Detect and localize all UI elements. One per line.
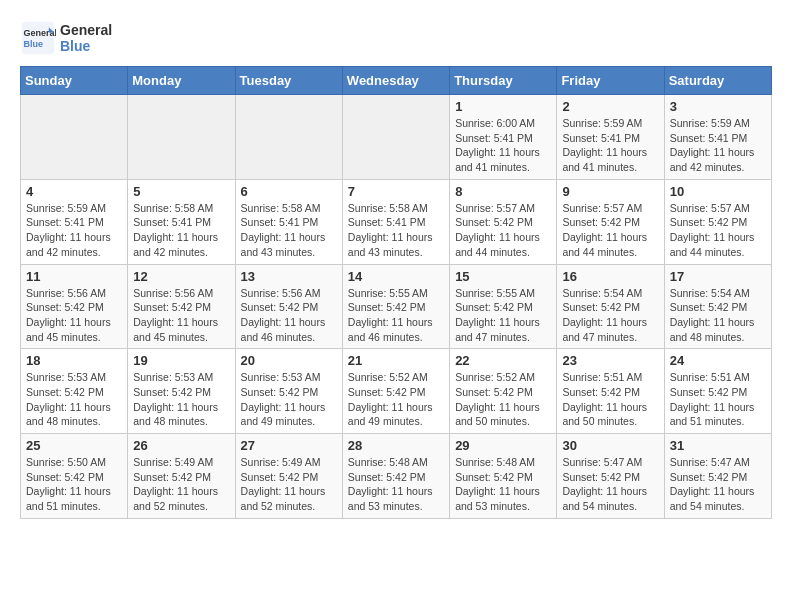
calendar-cell: 16Sunrise: 5:54 AMSunset: 5:42 PMDayligh… xyxy=(557,264,664,349)
day-number: 5 xyxy=(133,184,229,199)
day-info: Sunrise: 5:53 AMSunset: 5:42 PMDaylight:… xyxy=(241,370,337,429)
day-info: Sunrise: 5:54 AMSunset: 5:42 PMDaylight:… xyxy=(562,286,658,345)
day-info: Sunrise: 5:50 AMSunset: 5:42 PMDaylight:… xyxy=(26,455,122,514)
day-number: 27 xyxy=(241,438,337,453)
calendar-cell: 7Sunrise: 5:58 AMSunset: 5:41 PMDaylight… xyxy=(342,179,449,264)
day-number: 15 xyxy=(455,269,551,284)
day-info: Sunrise: 5:57 AMSunset: 5:42 PMDaylight:… xyxy=(670,201,766,260)
day-number: 22 xyxy=(455,353,551,368)
day-number: 4 xyxy=(26,184,122,199)
day-info: Sunrise: 5:59 AMSunset: 5:41 PMDaylight:… xyxy=(562,116,658,175)
weekday-header-saturday: Saturday xyxy=(664,67,771,95)
logo-text-general: General xyxy=(60,22,112,38)
calendar-cell: 11Sunrise: 5:56 AMSunset: 5:42 PMDayligh… xyxy=(21,264,128,349)
day-info: Sunrise: 5:58 AMSunset: 5:41 PMDaylight:… xyxy=(241,201,337,260)
calendar-cell: 1Sunrise: 6:00 AMSunset: 5:41 PMDaylight… xyxy=(450,95,557,180)
day-info: Sunrise: 5:55 AMSunset: 5:42 PMDaylight:… xyxy=(455,286,551,345)
day-info: Sunrise: 5:57 AMSunset: 5:42 PMDaylight:… xyxy=(562,201,658,260)
week-row-2: 4Sunrise: 5:59 AMSunset: 5:41 PMDaylight… xyxy=(21,179,772,264)
calendar-cell: 6Sunrise: 5:58 AMSunset: 5:41 PMDaylight… xyxy=(235,179,342,264)
day-info: Sunrise: 5:54 AMSunset: 5:42 PMDaylight:… xyxy=(670,286,766,345)
calendar-cell: 9Sunrise: 5:57 AMSunset: 5:42 PMDaylight… xyxy=(557,179,664,264)
calendar-cell: 20Sunrise: 5:53 AMSunset: 5:42 PMDayligh… xyxy=(235,349,342,434)
week-row-1: 1Sunrise: 6:00 AMSunset: 5:41 PMDaylight… xyxy=(21,95,772,180)
day-info: Sunrise: 5:53 AMSunset: 5:42 PMDaylight:… xyxy=(133,370,229,429)
calendar-cell xyxy=(235,95,342,180)
logo-text-blue: Blue xyxy=(60,38,112,54)
calendar-cell: 31Sunrise: 5:47 AMSunset: 5:42 PMDayligh… xyxy=(664,434,771,519)
day-info: Sunrise: 5:48 AMSunset: 5:42 PMDaylight:… xyxy=(348,455,444,514)
day-info: Sunrise: 5:51 AMSunset: 5:42 PMDaylight:… xyxy=(562,370,658,429)
calendar-cell: 18Sunrise: 5:53 AMSunset: 5:42 PMDayligh… xyxy=(21,349,128,434)
day-info: Sunrise: 5:47 AMSunset: 5:42 PMDaylight:… xyxy=(562,455,658,514)
calendar-cell: 17Sunrise: 5:54 AMSunset: 5:42 PMDayligh… xyxy=(664,264,771,349)
weekday-header-wednesday: Wednesday xyxy=(342,67,449,95)
week-row-5: 25Sunrise: 5:50 AMSunset: 5:42 PMDayligh… xyxy=(21,434,772,519)
day-number: 29 xyxy=(455,438,551,453)
day-number: 24 xyxy=(670,353,766,368)
day-number: 30 xyxy=(562,438,658,453)
day-number: 18 xyxy=(26,353,122,368)
day-number: 20 xyxy=(241,353,337,368)
day-number: 25 xyxy=(26,438,122,453)
calendar-cell: 30Sunrise: 5:47 AMSunset: 5:42 PMDayligh… xyxy=(557,434,664,519)
logo-icon: General Blue xyxy=(20,20,56,56)
day-info: Sunrise: 5:58 AMSunset: 5:41 PMDaylight:… xyxy=(133,201,229,260)
day-info: Sunrise: 5:52 AMSunset: 5:42 PMDaylight:… xyxy=(455,370,551,429)
day-number: 11 xyxy=(26,269,122,284)
day-number: 12 xyxy=(133,269,229,284)
calendar-header: SundayMondayTuesdayWednesdayThursdayFrid… xyxy=(21,67,772,95)
day-number: 3 xyxy=(670,99,766,114)
day-info: Sunrise: 5:57 AMSunset: 5:42 PMDaylight:… xyxy=(455,201,551,260)
day-number: 16 xyxy=(562,269,658,284)
day-info: Sunrise: 5:56 AMSunset: 5:42 PMDaylight:… xyxy=(241,286,337,345)
page-header: General Blue General Blue xyxy=(20,20,772,56)
calendar-cell: 28Sunrise: 5:48 AMSunset: 5:42 PMDayligh… xyxy=(342,434,449,519)
day-info: Sunrise: 5:59 AMSunset: 5:41 PMDaylight:… xyxy=(26,201,122,260)
day-number: 6 xyxy=(241,184,337,199)
day-number: 26 xyxy=(133,438,229,453)
calendar-body: 1Sunrise: 6:00 AMSunset: 5:41 PMDaylight… xyxy=(21,95,772,519)
day-number: 2 xyxy=(562,99,658,114)
calendar-cell: 8Sunrise: 5:57 AMSunset: 5:42 PMDaylight… xyxy=(450,179,557,264)
calendar-cell: 19Sunrise: 5:53 AMSunset: 5:42 PMDayligh… xyxy=(128,349,235,434)
calendar-cell: 27Sunrise: 5:49 AMSunset: 5:42 PMDayligh… xyxy=(235,434,342,519)
week-row-4: 18Sunrise: 5:53 AMSunset: 5:42 PMDayligh… xyxy=(21,349,772,434)
weekday-header-thursday: Thursday xyxy=(450,67,557,95)
logo: General Blue General Blue xyxy=(20,20,112,56)
calendar-cell: 22Sunrise: 5:52 AMSunset: 5:42 PMDayligh… xyxy=(450,349,557,434)
calendar-cell: 25Sunrise: 5:50 AMSunset: 5:42 PMDayligh… xyxy=(21,434,128,519)
day-info: Sunrise: 6:00 AMSunset: 5:41 PMDaylight:… xyxy=(455,116,551,175)
calendar-cell: 15Sunrise: 5:55 AMSunset: 5:42 PMDayligh… xyxy=(450,264,557,349)
day-info: Sunrise: 5:48 AMSunset: 5:42 PMDaylight:… xyxy=(455,455,551,514)
calendar-cell: 21Sunrise: 5:52 AMSunset: 5:42 PMDayligh… xyxy=(342,349,449,434)
day-number: 31 xyxy=(670,438,766,453)
calendar-cell: 29Sunrise: 5:48 AMSunset: 5:42 PMDayligh… xyxy=(450,434,557,519)
day-number: 7 xyxy=(348,184,444,199)
day-info: Sunrise: 5:53 AMSunset: 5:42 PMDaylight:… xyxy=(26,370,122,429)
day-number: 14 xyxy=(348,269,444,284)
calendar-cell: 26Sunrise: 5:49 AMSunset: 5:42 PMDayligh… xyxy=(128,434,235,519)
day-info: Sunrise: 5:49 AMSunset: 5:42 PMDaylight:… xyxy=(241,455,337,514)
day-info: Sunrise: 5:47 AMSunset: 5:42 PMDaylight:… xyxy=(670,455,766,514)
day-number: 21 xyxy=(348,353,444,368)
calendar-cell: 4Sunrise: 5:59 AMSunset: 5:41 PMDaylight… xyxy=(21,179,128,264)
weekday-header-sunday: Sunday xyxy=(21,67,128,95)
svg-text:Blue: Blue xyxy=(24,39,44,49)
weekday-header-tuesday: Tuesday xyxy=(235,67,342,95)
day-info: Sunrise: 5:58 AMSunset: 5:41 PMDaylight:… xyxy=(348,201,444,260)
calendar-cell: 13Sunrise: 5:56 AMSunset: 5:42 PMDayligh… xyxy=(235,264,342,349)
day-info: Sunrise: 5:59 AMSunset: 5:41 PMDaylight:… xyxy=(670,116,766,175)
day-number: 10 xyxy=(670,184,766,199)
calendar-cell: 14Sunrise: 5:55 AMSunset: 5:42 PMDayligh… xyxy=(342,264,449,349)
day-number: 17 xyxy=(670,269,766,284)
day-number: 8 xyxy=(455,184,551,199)
day-info: Sunrise: 5:55 AMSunset: 5:42 PMDaylight:… xyxy=(348,286,444,345)
calendar-cell xyxy=(128,95,235,180)
calendar-cell: 24Sunrise: 5:51 AMSunset: 5:42 PMDayligh… xyxy=(664,349,771,434)
calendar-cell: 2Sunrise: 5:59 AMSunset: 5:41 PMDaylight… xyxy=(557,95,664,180)
day-number: 28 xyxy=(348,438,444,453)
week-row-3: 11Sunrise: 5:56 AMSunset: 5:42 PMDayligh… xyxy=(21,264,772,349)
calendar-cell: 12Sunrise: 5:56 AMSunset: 5:42 PMDayligh… xyxy=(128,264,235,349)
day-number: 9 xyxy=(562,184,658,199)
